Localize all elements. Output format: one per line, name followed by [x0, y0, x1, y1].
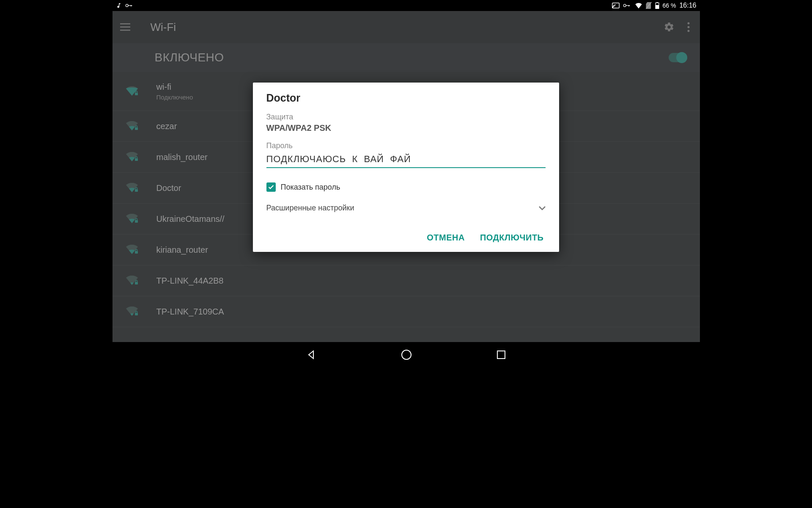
vpn-key-icon — [623, 3, 631, 8]
wifi-ssid: wi-fi — [156, 82, 193, 92]
security-value: WPA/WPA2 PSK — [266, 123, 546, 133]
svg-rect-25 — [135, 251, 138, 254]
svg-rect-13 — [656, 5, 659, 9]
svg-rect-29 — [497, 351, 505, 359]
advanced-settings-row[interactable]: Расширенные настройки — [266, 204, 546, 213]
page-title: Wi-Fi — [151, 21, 176, 34]
navigation-bar — [112, 342, 700, 367]
svg-point-17 — [687, 22, 689, 25]
screen: 66 % 16:16 Wi-Fi ВКЛЮЧЕНО wi-fi П — [112, 0, 700, 367]
cancel-button[interactable]: ОТМЕНА — [425, 229, 466, 246]
svg-rect-3 — [132, 5, 132, 6]
wifi-ssid: TP-LINK_7109CA — [156, 307, 224, 317]
wifi-ssid: cezar — [156, 121, 177, 131]
svg-rect-23 — [135, 189, 138, 192]
app-bar: Wi-Fi — [112, 11, 700, 43]
svg-rect-24 — [135, 220, 138, 223]
wifi-ssid: malish_router — [156, 152, 208, 162]
svg-rect-7 — [625, 5, 629, 6]
show-password-label: Показать пароль — [281, 183, 340, 192]
wifi-signal-icon — [124, 86, 140, 97]
svg-rect-22 — [135, 158, 138, 161]
back-button[interactable] — [306, 350, 316, 360]
cast-icon — [612, 3, 620, 8]
wifi-status-icon — [635, 3, 642, 8]
wifi-signal-icon — [124, 214, 140, 224]
wifi-signal-icon — [124, 276, 140, 286]
status-bar: 66 % 16:16 — [112, 0, 700, 11]
wifi-toggle-bar: ВКЛЮЧЕНО — [112, 43, 700, 72]
wifi-signal-icon — [124, 121, 140, 131]
dialog-title: Doctor — [266, 92, 546, 104]
wifi-status: Подключено — [156, 94, 193, 101]
show-password-checkbox[interactable] — [266, 182, 276, 192]
chevron-down-icon — [539, 206, 546, 210]
security-label: Защита — [266, 113, 546, 121]
no-sim-icon — [646, 2, 652, 9]
svg-point-19 — [687, 30, 689, 32]
wifi-network-row[interactable]: TP-LINK_44A2B8 — [112, 265, 700, 296]
advanced-settings-label: Расширенные настройки — [266, 204, 354, 213]
svg-rect-26 — [135, 282, 138, 284]
key-status-icon — [125, 3, 134, 8]
recent-apps-button[interactable] — [497, 350, 506, 359]
wifi-network-row[interactable]: TP-LINK_7109CA — [112, 296, 700, 327]
svg-rect-4 — [612, 3, 619, 8]
wifi-signal-icon — [124, 183, 140, 193]
svg-point-5 — [612, 7, 613, 8]
wifi-connect-dialog: Doctor Защита WPA/WPA2 PSK Пароль Показа… — [253, 83, 559, 252]
wifi-signal-icon — [124, 306, 140, 317]
svg-point-18 — [687, 26, 689, 28]
overflow-menu-button[interactable] — [687, 22, 690, 32]
wifi-signal-icon — [124, 245, 140, 255]
svg-point-6 — [623, 4, 626, 7]
svg-rect-8 — [628, 5, 628, 6]
connect-button[interactable]: ПОДКЛЮЧИТЬ — [478, 229, 546, 246]
settings-button[interactable] — [664, 22, 675, 33]
clock: 16:16 — [679, 2, 696, 9]
password-input[interactable] — [266, 150, 546, 168]
svg-rect-2 — [130, 5, 131, 6]
svg-rect-14 — [120, 23, 130, 25]
battery-text: 66 % — [663, 2, 676, 9]
status-left — [116, 3, 134, 8]
wifi-signal-icon — [124, 152, 140, 162]
password-label: Пароль — [266, 141, 546, 150]
svg-rect-9 — [629, 5, 630, 6]
wifi-toggle-switch[interactable] — [669, 53, 687, 62]
svg-rect-1 — [128, 5, 132, 6]
svg-rect-15 — [120, 27, 130, 28]
wifi-ssid: TP-LINK_44A2B8 — [156, 276, 224, 286]
svg-rect-20 — [135, 93, 138, 95]
music-status-icon — [116, 3, 122, 8]
status-right: 66 % 16:16 — [612, 2, 697, 9]
wifi-state-label: ВКЛЮЧЕНО — [155, 51, 224, 64]
svg-point-0 — [126, 4, 128, 7]
svg-rect-21 — [135, 127, 138, 130]
home-button[interactable] — [401, 349, 412, 360]
wifi-ssid: Doctor — [156, 183, 181, 193]
battery-icon — [655, 2, 659, 9]
svg-point-28 — [402, 350, 411, 359]
svg-rect-27 — [135, 313, 138, 315]
svg-rect-16 — [120, 30, 130, 31]
show-password-row[interactable]: Показать пароль — [266, 182, 546, 192]
wifi-ssid: UkraineOtamans// — [156, 214, 225, 224]
wifi-ssid: kiriana_router — [156, 245, 208, 255]
menu-button[interactable] — [112, 23, 138, 31]
